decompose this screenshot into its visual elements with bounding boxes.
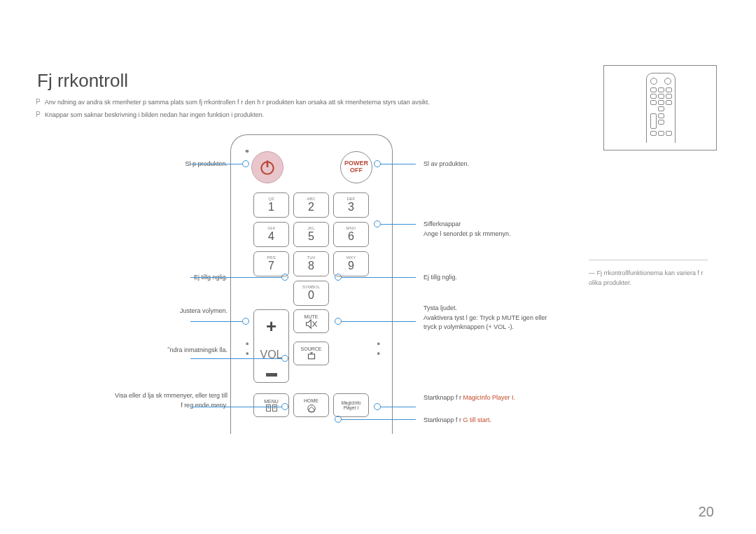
- pointer: [335, 274, 416, 274]
- remote-figure: •• POWEROFF QZ1 ABC2 DEF3 GHI4 JKL5 MNO6…: [230, 134, 393, 434]
- music-note-icon: P: [36, 97, 41, 107]
- note-1: PAnv ndning av andra sk rmenheter p samm…: [45, 98, 430, 107]
- home-button: HOME: [293, 393, 329, 417]
- key-7: PRS7: [253, 251, 289, 276]
- page-title: Fj rrkontroll: [37, 70, 128, 92]
- pointer: [374, 403, 416, 404]
- mini-remote: [646, 73, 676, 143]
- callout-mute: Tysta ljudet. Avaktivera tyst l ge: Tryc…: [424, 304, 547, 332]
- key-8: TUV8: [293, 251, 329, 276]
- pointer: [374, 220, 416, 221]
- key-9: WXY9: [333, 251, 369, 276]
- music-note-icon: P: [36, 110, 41, 120]
- pointer: [335, 416, 416, 416]
- side-note: ― Fj rrkontrollfunktionerna kan variera …: [589, 260, 708, 288]
- vol-plus: +: [266, 316, 276, 337]
- callout-vol: Justera volymen.: [180, 307, 227, 316]
- page-number: 20: [699, 504, 714, 520]
- pointer: [335, 318, 416, 318]
- key-1: QZ1: [253, 192, 289, 218]
- callout-numbers: Sifferknappar Ange l senordet p sk rmmen…: [424, 220, 511, 239]
- vol-minus: [266, 373, 277, 377]
- home-icon: [305, 403, 318, 413]
- source-button: SOURCE: [293, 342, 329, 365]
- volume-rocker: + VOL: [253, 309, 289, 383]
- callout-home: Startknapp f r G till start.: [424, 416, 491, 426]
- mute-button: MUTE: [293, 309, 329, 333]
- power-on-button: [251, 151, 284, 183]
- callout-power-off: Sl av produkten.: [424, 160, 469, 169]
- key-4: GHI4: [253, 222, 289, 247]
- power-icon: [258, 158, 276, 176]
- number-keypad: QZ1 ABC2 DEF3 GHI4 JKL5 MNO6 PRS7 TUV8 W…: [253, 192, 370, 306]
- power-off-button: POWEROFF: [340, 151, 372, 183]
- callout-source: ˜ndra inmatningsk lla.: [167, 346, 227, 356]
- key-5: JKL5: [293, 222, 329, 247]
- pointer: [190, 403, 288, 404]
- ir-dots: ••: [245, 146, 246, 157]
- key-6: MNO6: [333, 222, 369, 247]
- callout-eti-right: Ej tillg nglig.: [424, 273, 457, 283]
- key-2: ABC2: [293, 192, 329, 218]
- mute-icon: [305, 319, 318, 329]
- magicinfo-button: MagicInfo Player I: [333, 393, 369, 417]
- pointer: [190, 274, 288, 274]
- key-symbol: SYMBOL0: [293, 281, 329, 306]
- side-figure: [603, 65, 717, 150]
- pointer: [190, 318, 249, 318]
- source-icon: [305, 351, 318, 361]
- svg-rect-4: [308, 354, 314, 359]
- note-2: PKnappar som saknar beskrivning i bilden…: [45, 111, 264, 120]
- callout-mip: Startknapp f r MagicInfo Player I.: [424, 393, 515, 403]
- pointer: [190, 355, 288, 356]
- menu-icon: [265, 404, 278, 412]
- pointer: [374, 160, 416, 161]
- pointer: [190, 160, 249, 161]
- key-3: DEF3: [333, 192, 369, 218]
